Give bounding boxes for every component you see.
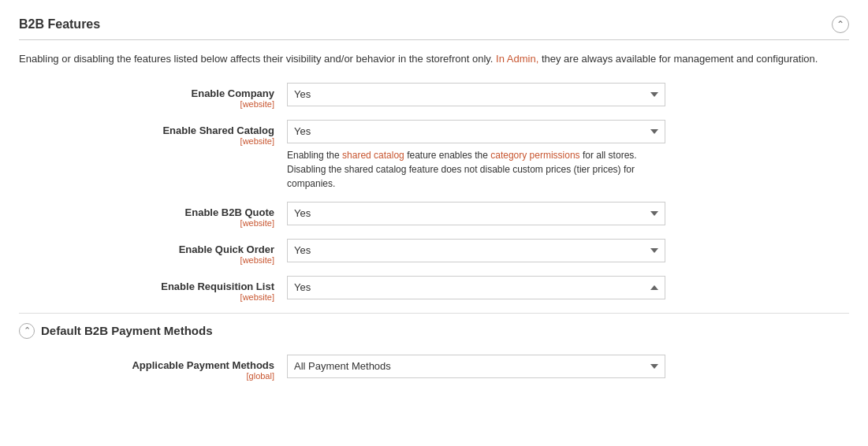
- enable-b2b-quote-label-main: Enable B2B Quote: [19, 206, 274, 218]
- applicable-payment-methods-label: Applicable Payment Methods [global]: [19, 355, 287, 381]
- enable-b2b-quote-label: Enable B2B Quote [website]: [19, 202, 287, 228]
- enable-company-control: Yes No: [287, 83, 665, 106]
- payment-methods-title: Default B2B Payment Methods: [41, 324, 213, 337]
- payment-methods-collapse-button[interactable]: ⌃: [19, 323, 35, 339]
- enable-quick-order-control: Yes No: [287, 239, 665, 262]
- enable-quick-order-scope: [website]: [19, 255, 274, 265]
- enable-shared-catalog-label: Enable Shared Catalog [website]: [19, 120, 287, 146]
- enable-shared-catalog-select[interactable]: Yes No: [287, 120, 665, 143]
- enable-requisition-list-label-main: Enable Requisition List: [19, 281, 274, 292]
- enable-requisition-list-row: Enable Requisition List [website] Yes No: [19, 276, 849, 302]
- enable-shared-catalog-scope: [website]: [19, 136, 274, 146]
- applicable-payment-methods-select[interactable]: All Payment Methods Specific Payment Met…: [287, 355, 665, 378]
- applicable-payment-methods-label-main: Applicable Payment Methods: [19, 359, 274, 371]
- payment-methods-section-header: ⌃ Default B2B Payment Methods: [19, 313, 849, 339]
- enable-quick-order-row: Enable Quick Order [website] Yes No: [19, 239, 849, 265]
- enable-b2b-quote-control: Yes No: [287, 202, 665, 225]
- enable-company-row: Enable Company [website] Yes No: [19, 83, 849, 109]
- description: Enabling or disabling the features liste…: [19, 51, 849, 67]
- enable-b2b-quote-scope: [website]: [19, 218, 274, 228]
- b2b-features-section: B2B Features ⌃ Enabling or disabling the…: [19, 16, 849, 302]
- section-header: B2B Features ⌃: [19, 16, 849, 40]
- enable-b2b-quote-select[interactable]: Yes No: [287, 202, 665, 225]
- enable-quick-order-select[interactable]: Yes No: [287, 239, 665, 262]
- enable-company-select[interactable]: Yes No: [287, 83, 665, 106]
- enable-requisition-list-scope: [website]: [19, 292, 274, 302]
- enable-company-scope: [website]: [19, 99, 274, 109]
- payment-methods-collapse-icon: ⌃: [24, 325, 31, 336]
- enable-quick-order-label-main: Enable Quick Order: [19, 243, 274, 255]
- enable-company-label: Enable Company [website]: [19, 83, 287, 109]
- enable-shared-catalog-label-main: Enable Shared Catalog: [19, 125, 274, 136]
- enable-requisition-list-label: Enable Requisition List [website]: [19, 276, 287, 302]
- enable-company-label-main: Enable Company: [19, 87, 274, 99]
- enable-b2b-quote-row: Enable B2B Quote [website] Yes No: [19, 202, 849, 228]
- enable-requisition-list-select[interactable]: Yes No: [287, 276, 665, 299]
- applicable-payment-methods-scope: [global]: [19, 371, 274, 381]
- description-highlight: In Admin,: [496, 53, 538, 65]
- applicable-payment-methods-control: All Payment Methods Specific Payment Met…: [287, 355, 665, 378]
- enable-requisition-list-control: Yes No: [287, 276, 665, 299]
- collapse-button[interactable]: ⌃: [832, 16, 849, 33]
- section-title: B2B Features: [19, 17, 100, 32]
- enable-shared-catalog-control: Yes No Enabling the shared catalog featu…: [287, 120, 665, 191]
- collapse-icon: ⌃: [836, 19, 844, 30]
- enable-quick-order-label: Enable Quick Order [website]: [19, 239, 287, 265]
- shared-catalog-help: Enabling the shared catalog feature enab…: [287, 148, 665, 191]
- enable-shared-catalog-row: Enable Shared Catalog [website] Yes No E…: [19, 120, 849, 191]
- applicable-payment-methods-row: Applicable Payment Methods [global] All …: [19, 355, 849, 381]
